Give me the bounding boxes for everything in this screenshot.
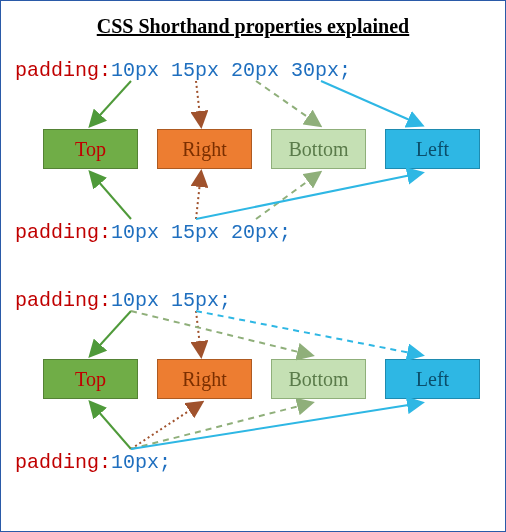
box-right-1: Right [157, 129, 252, 169]
code-line-2: padding:10px 15px 20px; [15, 221, 291, 244]
arrow-r1-bottom [256, 81, 319, 125]
code-keyword: padding: [15, 59, 111, 82]
arrow-r4-left [131, 403, 421, 449]
code-values: 10px 15px 20px; [111, 221, 291, 244]
arrow-r4-right [131, 403, 201, 449]
arrow-r1-left [321, 81, 421, 125]
arrow-r2-bottom [256, 173, 319, 219]
arrow-r3-bottom [131, 311, 311, 355]
code-values: 10px 15px 20px 30px; [111, 59, 351, 82]
code-values: 10px 15px; [111, 289, 231, 312]
arrow-r3-top [91, 311, 131, 355]
arrow-r2-right [196, 173, 201, 219]
box-bottom-1: Bottom [271, 129, 366, 169]
diagram-title: CSS Shorthand properties explained [1, 15, 505, 38]
arrow-r4-bottom [131, 403, 311, 449]
box-top-2: Top [43, 359, 138, 399]
code-values: 10px; [111, 451, 171, 474]
code-keyword: padding: [15, 289, 111, 312]
arrow-r1-top [91, 81, 131, 125]
box-left-2: Left [385, 359, 480, 399]
code-line-1: padding:10px 15px 20px 30px; [15, 59, 351, 82]
code-keyword: padding: [15, 221, 111, 244]
box-bottom-2: Bottom [271, 359, 366, 399]
code-line-3: padding:10px 15px; [15, 289, 231, 312]
code-keyword: padding: [15, 451, 111, 474]
arrow-r4-top [91, 403, 131, 449]
box-right-2: Right [157, 359, 252, 399]
diagram-canvas: CSS Shorthand properties explained paddi… [0, 0, 506, 532]
arrow-r2-top [91, 173, 131, 219]
arrow-r2-left [196, 173, 421, 219]
box-left-1: Left [385, 129, 480, 169]
arrow-r1-right [196, 81, 201, 125]
arrow-r3-left [196, 311, 421, 355]
code-line-4: padding:10px; [15, 451, 171, 474]
arrow-r3-right [196, 311, 201, 355]
box-top-1: Top [43, 129, 138, 169]
